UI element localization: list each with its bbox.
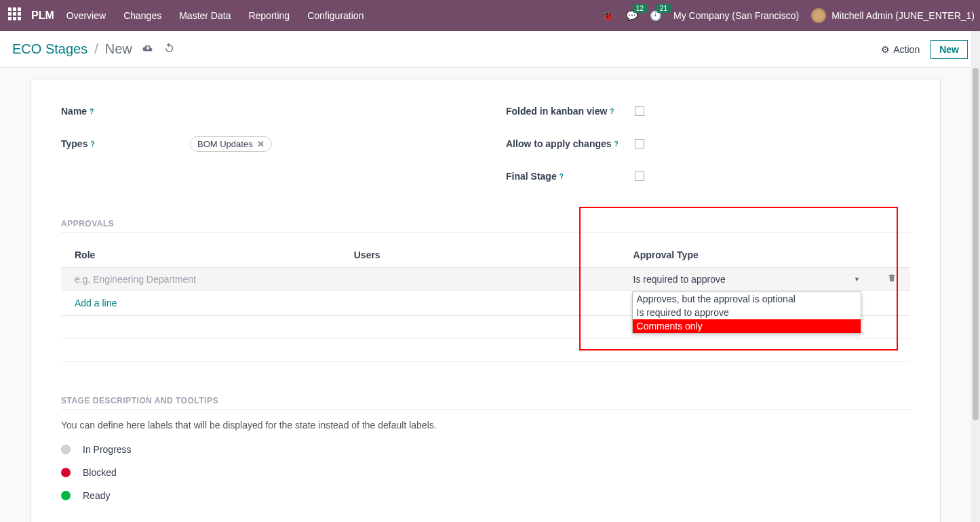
- table-row: [61, 339, 910, 362]
- control-panel: ECO Stages / New ⚙ Action New: [0, 31, 980, 68]
- menu-reporting[interactable]: Reporting: [248, 10, 290, 21]
- menu-master-data[interactable]: Master Data: [179, 10, 231, 21]
- form-area: Name? Types? BOM Updates ✕: [0, 68, 980, 522]
- discard-icon[interactable]: [163, 42, 175, 56]
- status-in-progress: In Progress: [61, 444, 910, 455]
- dropdown-option[interactable]: Is required to approve: [633, 306, 861, 319]
- status-ready: Ready: [61, 490, 910, 501]
- debug-icon[interactable]: 🐞: [602, 10, 614, 21]
- dropdown-option[interactable]: Comments only: [633, 319, 861, 333]
- label-folded: Folded in kanban view?: [506, 106, 635, 117]
- approval-type-dropdown: Approves, but the approval is optional I…: [632, 292, 861, 334]
- company-selector[interactable]: My Company (San Francisco): [673, 10, 799, 21]
- gear-icon: ⚙: [881, 44, 890, 55]
- action-dropdown[interactable]: ⚙ Action: [881, 44, 920, 55]
- help-icon[interactable]: ?: [90, 140, 94, 148]
- top-navbar: PLM Overview Changes Master Data Reporti…: [0, 0, 980, 31]
- dropdown-option[interactable]: Approves, but the approval is optional: [633, 292, 861, 306]
- approval-type-value: Is required to approve: [633, 274, 726, 285]
- desc-section-title: STAGE DESCRIPTION AND TOOLTIPS: [61, 396, 910, 410]
- brand-label[interactable]: PLM: [31, 9, 54, 22]
- help-icon[interactable]: ?: [90, 108, 94, 115]
- caret-down-icon: ▼: [854, 276, 860, 283]
- breadcrumb-sep: /: [94, 41, 98, 57]
- action-label: Action: [893, 44, 920, 55]
- allow-apply-checkbox[interactable]: [635, 139, 644, 148]
- status-label[interactable]: Ready: [83, 490, 110, 501]
- messages-icon[interactable]: 💬 12: [626, 10, 638, 21]
- menu-overview[interactable]: Overview: [66, 10, 106, 21]
- main-menu: Overview Changes Master Data Reporting C…: [66, 10, 602, 21]
- user-name: Mitchell Admin (JUNE_ENTER_1): [831, 10, 975, 21]
- activities-badge: 21: [656, 4, 671, 13]
- new-button[interactable]: New: [930, 40, 968, 59]
- tag-label: BOM Updates: [197, 139, 253, 149]
- navbar-right: 🐞 💬 12 🕘 21 My Company (San Francisco) M…: [602, 8, 975, 23]
- label-name: Name?: [61, 106, 190, 117]
- form-sheet: Name? Types? BOM Updates ✕: [31, 79, 941, 522]
- status-dot-red-icon: [61, 468, 71, 477]
- breadcrumb-current: New: [105, 41, 132, 57]
- help-icon[interactable]: ?: [610, 108, 614, 115]
- menu-configuration[interactable]: Configuration: [307, 10, 364, 21]
- name-field[interactable]: [190, 106, 465, 117]
- col-role: Role: [61, 243, 340, 268]
- menu-changes[interactable]: Changes: [123, 10, 161, 21]
- activities-icon[interactable]: 🕘 21: [650, 10, 661, 21]
- approvals-table: Role Users Approval Type Is required to …: [61, 243, 910, 362]
- table-row: Is required to approve ▼ Approves, but t…: [61, 268, 910, 291]
- desc-intro: You can define here labels that will be …: [61, 420, 910, 430]
- type-tag[interactable]: BOM Updates ✕: [190, 136, 272, 152]
- status-label[interactable]: In Progress: [83, 444, 132, 455]
- role-input[interactable]: [75, 274, 327, 285]
- breadcrumb-root[interactable]: ECO Stages: [12, 41, 87, 57]
- status-dot-green-icon: [61, 491, 71, 500]
- approval-type-select[interactable]: Is required to approve ▼ Approves, but t…: [633, 274, 860, 285]
- status-label[interactable]: Blocked: [83, 467, 117, 478]
- users-input[interactable]: [354, 274, 606, 285]
- help-icon[interactable]: ?: [560, 173, 564, 180]
- user-menu[interactable]: Mitchell Admin (JUNE_ENTER_1): [811, 8, 975, 23]
- tag-remove-icon[interactable]: ✕: [257, 139, 264, 149]
- status-dot-grey-icon: [61, 445, 71, 454]
- folded-checkbox[interactable]: [635, 106, 644, 116]
- approvals-section-title: APPROVALS: [61, 219, 910, 233]
- col-approval-type: Approval Type: [620, 243, 874, 268]
- delete-row-icon[interactable]: [874, 268, 910, 291]
- scrollbar-thumb[interactable]: [973, 68, 979, 420]
- avatar: [811, 8, 826, 23]
- label-final-stage: Final Stage?: [506, 171, 635, 182]
- help-icon[interactable]: ?: [614, 140, 619, 148]
- status-blocked: Blocked: [61, 467, 910, 478]
- col-users: Users: [340, 243, 620, 268]
- control-panel-right: ⚙ Action New: [881, 40, 968, 59]
- label-types: Types?: [61, 138, 190, 149]
- scrollbar-track[interactable]: [971, 31, 980, 522]
- messages-badge: 12: [633, 4, 647, 13]
- label-allow-apply: Allow to apply changes?: [506, 138, 635, 149]
- breadcrumb: ECO Stages / New: [12, 41, 175, 57]
- save-cloud-icon[interactable]: [142, 42, 154, 57]
- bug-icon: 🐞: [602, 10, 614, 21]
- apps-icon[interactable]: [8, 7, 24, 24]
- final-stage-checkbox[interactable]: [635, 172, 644, 181]
